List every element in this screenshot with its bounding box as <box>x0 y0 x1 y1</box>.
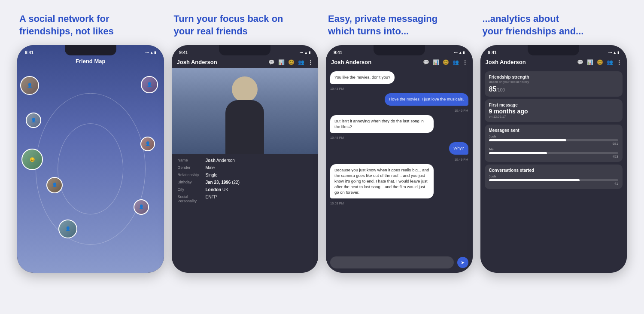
avatar-7: 👤 <box>134 199 149 215</box>
status-time-3: 9:41 <box>334 50 342 55</box>
message-time-0: 10:43 PM <box>330 87 468 91</box>
avatar-3: 👤 <box>26 113 41 128</box>
profile-row-relationship: Relationship Single <box>178 173 313 177</box>
message-text-2: But isn't it annoying when they do the l… <box>334 119 424 129</box>
analytics-app-bar: Josh Anderson 💬 📊 😊 👥 ⋮ <box>480 57 627 68</box>
me-bar-fill <box>489 152 547 154</box>
message-area: You like the movies, don't you? 10:43 PM… <box>326 68 473 254</box>
gender-label: Gender <box>178 165 206 170</box>
message-bubble-2: But isn't it annoying when they do the l… <box>330 115 434 133</box>
phone1-content: 9:41 ▪▪▪ ▲ ▮ Friend Map 👤 👤 <box>17 45 164 273</box>
birthday-label: Birthday <box>178 180 206 185</box>
chat-icon[interactable]: 💬 <box>268 59 275 65</box>
phone-frame-2: 9:41 ▪▪▪ ▲ ▮ Josh Anderson 💬 📊 😊 👥 ⋮ <box>172 45 319 273</box>
person-body <box>225 100 264 154</box>
friendship-strength-card: Friendship strength Based on your social… <box>485 71 623 97</box>
me-bar-bg <box>489 152 619 154</box>
status-time-1: 9:41 <box>25 50 33 55</box>
profile-row-birthday: Birthday Jan 23, 1996 (22) <box>178 180 313 185</box>
chart-icon-p4[interactable]: 📊 <box>587 59 593 65</box>
friendship-score: 85 <box>489 85 497 93</box>
panel-4-headline: ...analytics about your friendships and.… <box>480 13 627 37</box>
status-icons-1: ▪▪▪ ▲ ▮ <box>146 51 156 55</box>
message-time-1: 10:46 PM <box>330 109 468 113</box>
send-button[interactable]: ➤ <box>457 257 468 268</box>
chart-icon-p3[interactable]: 📊 <box>433 59 439 65</box>
contact-name-p4: Josh Anderson <box>486 59 526 65</box>
city-label: City <box>178 187 206 192</box>
city-value: London UK <box>206 187 228 192</box>
message-time-4: 10:53 PM <box>330 201 468 205</box>
first-message-card: First message 9 months ago on 12.05.17 <box>485 99 623 122</box>
msg-app-bar: Josh Anderson 💬 📊 😊 👥 ⋮ <box>326 57 473 68</box>
relationship-value: Single <box>206 173 218 177</box>
app-bar-icons-p2: 💬 📊 😊 👥 ⋮ <box>268 59 313 65</box>
first-msg-title: First message <box>489 103 619 107</box>
message-time-2: 10:48 PM <box>330 136 468 140</box>
chat-icon-p4[interactable]: 💬 <box>577 59 583 65</box>
phone-notch-1 <box>65 45 116 55</box>
panel-2-headline: Turn your focus back on your real friend… <box>172 13 319 37</box>
friendship-value: 85/100 <box>489 85 619 93</box>
friend-map-area: 👤 👤 👤 👤 😊 👤 <box>17 68 164 270</box>
profile-row-name: Name Josh Anderson <box>178 158 313 163</box>
headline-line1-p3: Easy, private messaging <box>328 13 437 24</box>
stat-row-me: Me 453 <box>489 147 619 159</box>
message-input-bar: ➤ <box>326 254 473 273</box>
phone-notch-4 <box>528 45 579 55</box>
emoji-icon-p4[interactable]: 😊 <box>597 59 603 65</box>
people-icon-p4[interactable]: 👥 <box>607 59 613 65</box>
profile-row-city: City London UK <box>178 187 313 192</box>
panel-3-headline: Easy, private messaging which turns into… <box>326 13 473 37</box>
conversations-started-card: Conversations started Josh 41 <box>485 165 623 189</box>
profile-row-gender: Gender Male <box>178 165 313 170</box>
josh-label: Josh <box>489 134 619 138</box>
more-icon[interactable]: ⋮ <box>308 59 313 65</box>
josh-bar-fill <box>489 139 567 141</box>
gender-value: Male <box>206 165 215 170</box>
message-bubble-1: I love the movies. I just love the music… <box>385 93 468 106</box>
panel-4: ...analytics about your friendships and.… <box>480 13 627 273</box>
message-input-field[interactable] <box>330 256 454 268</box>
josh-conv-bar-fill <box>489 179 580 181</box>
chat-icon-p3[interactable]: 💬 <box>423 59 429 65</box>
status-icons-3: ▪▪▪ ▲ ▮ <box>454 51 465 55</box>
people-icon[interactable]: 👥 <box>298 59 304 65</box>
avatar-8: 👤 <box>58 219 77 238</box>
status-icons-2: ▪▪▪ ▲ ▮ <box>300 51 310 55</box>
chart-icon[interactable]: 📊 <box>278 59 285 65</box>
phone-frame-1: 9:41 ▪▪▪ ▲ ▮ Friend Map 👤 👤 <box>17 45 164 273</box>
josh-conv-count: 41 <box>489 182 619 186</box>
profile-info: Name Josh Anderson Gender Male Relations… <box>172 154 319 210</box>
me-label: Me <box>489 147 619 151</box>
phone3-content: 9:41 ▪▪▪ ▲ ▮ Josh Anderson 💬 📊 😊 👥 ⋮ <box>326 45 473 273</box>
birthday-value: Jan 23, 1996 (22) <box>206 180 240 185</box>
emoji-icon[interactable]: 😊 <box>288 59 295 65</box>
people-icon-p3[interactable]: 👥 <box>453 59 459 65</box>
headline-line2: friendships, not likes <box>19 26 114 37</box>
emoji-icon-p3[interactable]: 😊 <box>443 59 449 65</box>
more-icon-p4[interactable]: ⋮ <box>617 59 622 65</box>
screenshots-container: A social network for friendships, not li… <box>0 0 644 314</box>
status-icons-4: ▪▪▪ ▲ ▮ <box>608 51 619 55</box>
profile-row-social: Social Personality ENFP <box>178 195 313 203</box>
message-bubble-4: Because you just know when it goes reall… <box>330 164 434 198</box>
josh-conv-bar-bg <box>489 179 619 181</box>
panel-1: A social network for friendships, not li… <box>17 13 164 273</box>
josh-conv-label: Josh <box>489 174 619 178</box>
friend-map-title: Friend Map <box>17 57 164 68</box>
phone-frame-4: 9:41 ▪▪▪ ▲ ▮ Josh Anderson 💬 📊 😊 👥 ⋮ <box>480 45 627 273</box>
headline-line2-p2: your real friends <box>174 26 248 37</box>
headline-line2-p3: which turns into... <box>328 26 409 37</box>
message-bubble-0: You like the movies, don't you? <box>330 71 395 84</box>
josh-count: 681 <box>489 142 619 146</box>
panel-2: Turn your focus back on your real friend… <box>172 13 319 273</box>
first-msg-months: 9 months ago <box>489 108 528 115</box>
panel-3: Easy, private messaging which turns into… <box>326 13 473 273</box>
message-text-1: I love the movies. I just love the music… <box>389 97 464 101</box>
name-label: Name <box>178 158 206 163</box>
message-text-0: You like the movies, don't you? <box>334 75 390 79</box>
more-icon-p3[interactable]: ⋮ <box>462 59 468 65</box>
message-text-3: Why? <box>453 146 464 150</box>
first-msg-value: 9 months ago <box>489 108 619 115</box>
